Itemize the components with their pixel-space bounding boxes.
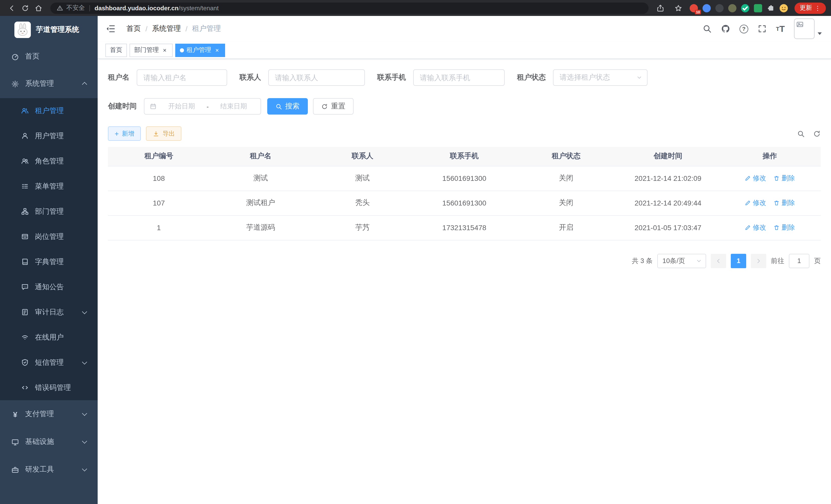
profile-avatar-icon[interactable] xyxy=(780,4,788,12)
extension-check-icon[interactable] xyxy=(741,4,749,12)
sidebar-item-sms[interactable]: 短信管理 xyxy=(0,350,98,375)
extensions-puzzle-icon[interactable] xyxy=(767,4,775,12)
chrome-menu-icon: ⋮ xyxy=(814,5,821,11)
table-toolbar: + 新增 导出 xyxy=(108,126,821,141)
sidebar-item-dept[interactable]: 部门管理 xyxy=(0,199,98,224)
url-bar[interactable]: 不安全 dashboard.yudao.iocoder.cn /system/t… xyxy=(50,2,649,13)
refresh-table-icon[interactable] xyxy=(813,130,821,138)
jump-page-input[interactable] xyxy=(789,254,809,268)
reset-button[interactable]: 重置 xyxy=(313,98,353,115)
help-icon[interactable]: ? xyxy=(740,24,748,33)
jump-suffix: 页 xyxy=(814,256,821,265)
sidebar-item-dict[interactable]: 字典管理 xyxy=(0,249,98,274)
cell-phone: 17321315478 xyxy=(413,215,515,240)
col-actions: 操作 xyxy=(719,147,821,166)
cell-contact: 秃头 xyxy=(312,190,413,215)
users-icon xyxy=(21,107,29,115)
tab-dept[interactable]: 部门管理 × xyxy=(130,43,173,57)
edit-link[interactable]: 修改 xyxy=(745,174,766,183)
tab-home[interactable]: 首页 xyxy=(105,43,127,57)
extension-icon-5[interactable] xyxy=(754,4,762,12)
roles-icon xyxy=(21,157,29,165)
hamburger-icon xyxy=(105,24,116,34)
sidebar-item-system[interactable]: 系统管理 xyxy=(0,69,98,98)
sidebar-item-tenant[interactable]: 租户管理 xyxy=(0,98,98,123)
sidebar-item-role[interactable]: 角色管理 xyxy=(0,148,98,174)
next-page-button[interactable] xyxy=(751,254,766,268)
user-avatar[interactable] xyxy=(794,19,822,39)
breadcrumb: 首页 / 系统管理 / 租户管理 xyxy=(126,24,221,33)
sidebar-item-notice[interactable]: 通知公告 xyxy=(0,274,98,299)
sidebar-item-error-code[interactable]: 错误码管理 xyxy=(0,375,98,400)
sidebar-item-menu[interactable]: 菜单管理 xyxy=(0,174,98,199)
header-search-icon[interactable] xyxy=(703,24,712,33)
search-icon xyxy=(276,103,282,110)
bookmark-star-icon[interactable] xyxy=(672,1,685,14)
sidebar-item-online-users[interactable]: 在线用户 xyxy=(0,325,98,350)
fullscreen-icon[interactable] xyxy=(757,24,767,33)
cell-name: 芋道源码 xyxy=(210,215,311,240)
phone-input[interactable] xyxy=(413,69,505,86)
sidebar: 芋道管理系统 首页 系统管理 租户管理 xyxy=(0,16,98,504)
tenant-name-input[interactable] xyxy=(137,69,227,86)
chrome-update-button[interactable]: 更新 ⋮ xyxy=(795,2,826,13)
cell-status: 关闭 xyxy=(515,166,617,190)
jump-prefix: 前往 xyxy=(771,256,784,265)
sidebar-item-post[interactable]: 岗位管理 xyxy=(0,224,98,249)
cell-id: 107 xyxy=(108,190,210,215)
delete-link[interactable]: 删除 xyxy=(773,198,795,208)
extension-icon-1[interactable]: 10 xyxy=(690,4,698,12)
sidebar-item-infra[interactable]: 基础设施 xyxy=(0,428,98,456)
toggle-search-icon[interactable] xyxy=(797,130,805,138)
delete-link[interactable]: 删除 xyxy=(773,174,795,183)
search-button[interactable]: 搜索 xyxy=(267,98,308,115)
chevron-right-icon xyxy=(755,258,762,264)
update-label: 更新 xyxy=(800,4,812,12)
trash-icon xyxy=(773,175,780,181)
tab-tenant[interactable]: 租户管理 × xyxy=(175,43,225,57)
chevron-up-icon xyxy=(82,82,87,87)
font-size-icon[interactable]: TT xyxy=(776,24,785,33)
breadcrumb-home[interactable]: 首页 xyxy=(126,24,141,33)
extension-icon-2[interactable] xyxy=(703,4,711,12)
sidebar-item-label: 通知公告 xyxy=(35,282,64,292)
add-button[interactable]: + 新增 xyxy=(108,126,141,141)
date-range-picker[interactable]: 开始日期 - 结束日期 xyxy=(144,98,261,115)
current-page-button[interactable]: 1 xyxy=(731,254,746,268)
github-icon[interactable] xyxy=(721,24,730,33)
chevron-down-icon xyxy=(696,258,702,264)
breadcrumb-current: 租户管理 xyxy=(192,24,221,33)
reload-button[interactable] xyxy=(19,1,32,14)
sidebar-item-home[interactable]: 首页 xyxy=(0,44,98,69)
extension-icon-3[interactable] xyxy=(715,4,724,12)
back-button[interactable] xyxy=(5,1,19,14)
home-button[interactable] xyxy=(32,1,45,14)
breadcrumb-system[interactable]: 系统管理 xyxy=(152,24,181,33)
contact-input[interactable] xyxy=(268,69,365,86)
close-icon[interactable]: × xyxy=(161,47,168,53)
status-select[interactable]: 请选择租户状态 xyxy=(553,69,648,86)
tab-label: 部门管理 xyxy=(134,46,159,55)
extension-icon-4[interactable] xyxy=(728,4,737,12)
export-button[interactable]: 导出 xyxy=(146,126,181,141)
sidebar-item-user[interactable]: 用户管理 xyxy=(0,123,98,148)
edit-link[interactable]: 修改 xyxy=(745,223,766,232)
share-icon[interactable] xyxy=(654,1,667,14)
sidebar-item-audit-log[interactable]: 审计日志 xyxy=(0,299,98,325)
yen-icon: ¥ xyxy=(11,410,19,418)
code-icon xyxy=(21,384,29,391)
sidebar-item-payment[interactable]: ¥ 支付管理 xyxy=(0,400,98,428)
prev-page-button[interactable] xyxy=(711,254,726,268)
edit-link[interactable]: 修改 xyxy=(745,198,766,208)
sidebar-item-label: 支付管理 xyxy=(25,410,54,419)
app-logo[interactable]: 芋道管理系统 xyxy=(0,16,98,44)
chevron-down-icon xyxy=(82,359,87,364)
page-size-select[interactable]: 10条/页 xyxy=(657,254,706,268)
trash-icon xyxy=(773,200,780,206)
delete-link[interactable]: 删除 xyxy=(773,223,795,232)
sidebar-collapse-button[interactable] xyxy=(98,16,123,41)
close-icon[interactable]: × xyxy=(214,47,221,53)
contact-label: 联系人 xyxy=(239,73,268,82)
sidebar-item-devtools[interactable]: 研发工具 xyxy=(0,456,98,483)
extension-badge: 10 xyxy=(695,9,701,14)
